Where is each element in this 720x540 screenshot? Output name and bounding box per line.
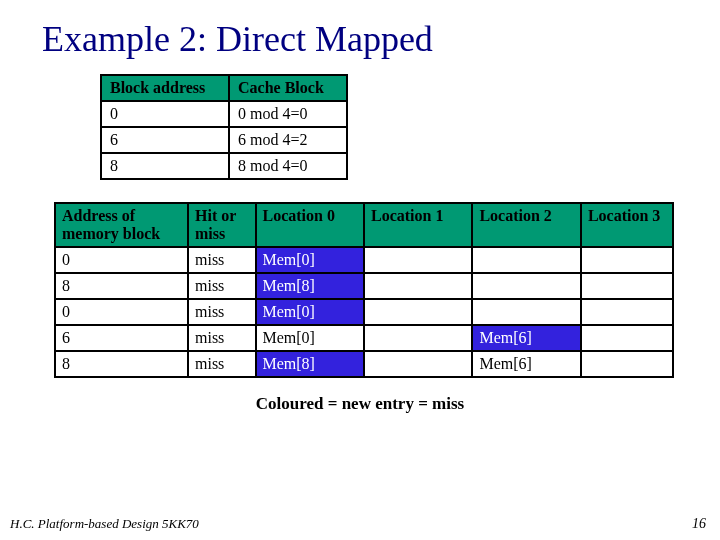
t2-cell: Mem[0]: [256, 325, 364, 351]
t2-cell: [581, 351, 673, 377]
t2-header-loc1: Location 1: [364, 203, 472, 247]
t2-cell: [581, 299, 673, 325]
t2-cell: [364, 299, 472, 325]
t2-cell: miss: [188, 273, 256, 299]
t1-header-cache-block: Cache Block: [229, 75, 347, 101]
t2-cell: miss: [188, 351, 256, 377]
t2-cell: [581, 273, 673, 299]
t2-cell: 6: [55, 325, 188, 351]
t2-cell: [581, 325, 673, 351]
t1-cell: 0 mod 4=0: [229, 101, 347, 127]
t2-cell-new-entry: Mem[6]: [472, 325, 580, 351]
t2-cell: miss: [188, 325, 256, 351]
t2-cell-new-entry: Mem[0]: [256, 247, 364, 273]
t2-cell-new-entry: Mem[8]: [256, 273, 364, 299]
page-number: 16: [692, 516, 706, 532]
slide-title: Example 2: Direct Mapped: [42, 18, 720, 60]
table-row: 0 miss Mem[0]: [55, 299, 673, 325]
t2-cell: 8: [55, 351, 188, 377]
t2-header-address: Address of memory block: [55, 203, 188, 247]
mapping-table: Block address Cache Block 0 0 mod 4=0 6 …: [100, 74, 348, 180]
table-row: 0 0 mod 4=0: [101, 101, 347, 127]
t2-cell: Mem[6]: [472, 351, 580, 377]
t2-cell: [364, 247, 472, 273]
t2-cell: 8: [55, 273, 188, 299]
t2-cell: [364, 273, 472, 299]
caption-text: Coloured = new entry = miss: [0, 394, 720, 414]
t2-header-hitmiss: Hit or miss: [188, 203, 256, 247]
t1-cell: 8: [101, 153, 229, 179]
t2-cell: [364, 351, 472, 377]
t2-cell-new-entry: Mem[8]: [256, 351, 364, 377]
t2-header-loc3: Location 3: [581, 203, 673, 247]
table-row: 8 miss Mem[8] Mem[6]: [55, 351, 673, 377]
t1-header-block-address: Block address: [101, 75, 229, 101]
t1-cell: 6: [101, 127, 229, 153]
footer-left: H.C. Platform-based Design 5KK70: [10, 516, 199, 532]
t1-cell: 0: [101, 101, 229, 127]
t2-cell: miss: [188, 247, 256, 273]
t2-header-loc0: Location 0: [256, 203, 364, 247]
table-row: 0 miss Mem[0]: [55, 247, 673, 273]
t2-cell: [472, 273, 580, 299]
t2-cell: 0: [55, 299, 188, 325]
t2-cell: [472, 299, 580, 325]
table-row: 6 miss Mem[0] Mem[6]: [55, 325, 673, 351]
t1-cell: 8 mod 4=0: [229, 153, 347, 179]
t2-cell-new-entry: Mem[0]: [256, 299, 364, 325]
access-table: Address of memory block Hit or miss Loca…: [54, 202, 674, 378]
table-row: 8 8 mod 4=0: [101, 153, 347, 179]
t2-cell: 0: [55, 247, 188, 273]
t2-cell: [364, 325, 472, 351]
t2-cell: [581, 247, 673, 273]
t2-cell: [472, 247, 580, 273]
table-row: 8 miss Mem[8]: [55, 273, 673, 299]
t2-header-loc2: Location 2: [472, 203, 580, 247]
t2-cell: miss: [188, 299, 256, 325]
table-row: 6 6 mod 4=2: [101, 127, 347, 153]
t1-cell: 6 mod 4=2: [229, 127, 347, 153]
